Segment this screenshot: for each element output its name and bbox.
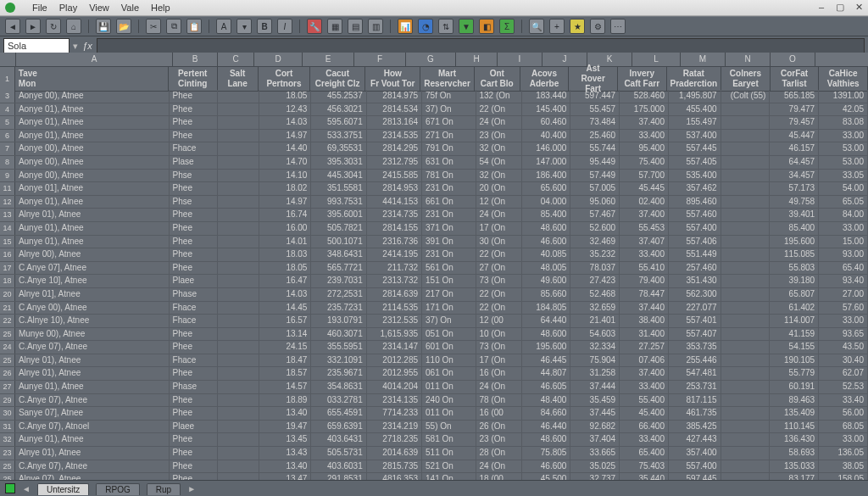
cell[interactable]: 186.400 xyxy=(522,170,571,182)
cell[interactable]: 511 On xyxy=(422,447,476,460)
col-header[interactable]: C xyxy=(218,53,254,66)
grid-body[interactable]: 3Aonye 00), AtneePhee18.05455.25372814.9… xyxy=(0,90,868,481)
col-header[interactable] xyxy=(0,53,16,66)
cell[interactable]: 033.2781 xyxy=(311,394,366,407)
cell[interactable]: 1391.00 xyxy=(819,90,868,103)
cell[interactable]: 14.10 xyxy=(259,170,312,182)
column-title[interactable]: CacutCreight Clz xyxy=(310,67,365,91)
cell[interactable] xyxy=(218,130,259,142)
row-header[interactable]: 22 xyxy=(0,315,15,327)
row-header[interactable]: 15 xyxy=(0,236,15,248)
column-title[interactable]: RatatPraderction xyxy=(667,67,722,91)
cell[interactable] xyxy=(721,421,771,433)
cell[interactable]: 557.406 xyxy=(669,236,721,248)
cell[interactable]: 30.40 xyxy=(819,354,868,367)
cell[interactable]: 65.05 xyxy=(819,196,868,209)
column-title[interactable]: InveryCaft Farr xyxy=(618,67,667,91)
home-button[interactable]: ⌂ xyxy=(66,19,81,34)
cell[interactable]: 391 On xyxy=(422,236,476,248)
cell[interactable]: 521 On xyxy=(422,460,476,473)
cell[interactable]: 353.735 xyxy=(669,341,721,354)
cell[interactable]: 79.477 xyxy=(770,103,819,116)
column-title[interactable]: PertentCinting xyxy=(169,67,218,91)
paste-button[interactable]: 📋 xyxy=(186,19,202,34)
cell[interactable]: 84.00 xyxy=(819,209,868,221)
cell[interactable]: 271 On xyxy=(422,130,476,142)
cell[interactable]: 69,35531 xyxy=(311,142,366,155)
row-header[interactable]: 3 xyxy=(0,90,15,103)
cell[interactable]: 85.400 xyxy=(770,222,819,235)
cell[interactable]: 2314.735 xyxy=(367,209,422,221)
cell[interactable]: C.Anye 07), Atnee xyxy=(15,460,170,473)
cell[interactable]: 601 On xyxy=(422,341,476,354)
cell[interactable] xyxy=(721,460,771,473)
cell[interactable]: 551.449 xyxy=(669,248,721,261)
col-header[interactable]: D xyxy=(254,53,303,66)
cell[interactable]: 42.05 xyxy=(819,103,868,116)
cell[interactable]: 24 (On xyxy=(476,116,522,129)
cell[interactable]: Phee xyxy=(170,130,219,142)
cell[interactable]: Aonye 01), Atnee xyxy=(15,103,170,116)
cell[interactable]: 24.15 xyxy=(259,341,312,354)
cell[interactable]: Aunye 01), Atnee xyxy=(15,381,170,393)
cell[interactable]: 55.803 xyxy=(770,262,819,275)
cell[interactable]: 75.805 xyxy=(522,447,571,460)
cell[interactable]: 557.405 xyxy=(669,156,721,169)
cell[interactable]: 13.43 xyxy=(259,447,312,460)
cell[interactable] xyxy=(721,222,771,235)
cell[interactable]: 04.000 xyxy=(522,196,571,209)
cell[interactable] xyxy=(721,315,771,327)
cell[interactable] xyxy=(721,142,771,155)
cell[interactable]: 13.45 xyxy=(259,433,312,446)
cell[interactable]: 54.603 xyxy=(570,328,620,341)
cell[interactable] xyxy=(721,433,771,446)
cell[interactable]: 45.447 xyxy=(770,130,819,142)
row-header[interactable]: 23 xyxy=(0,447,15,460)
cell[interactable]: Fhace xyxy=(170,354,219,367)
cell[interactable]: 31.400 xyxy=(620,328,669,341)
cell[interactable]: Phee xyxy=(170,182,219,195)
cell[interactable]: 183.440 xyxy=(522,90,571,103)
cell[interactable]: 73 (On xyxy=(476,275,522,287)
cell[interactable]: 18.89 xyxy=(259,394,312,407)
cell[interactable]: 85.660 xyxy=(522,288,571,301)
cell[interactable]: 2012.955 xyxy=(367,367,422,380)
cell[interactable]: Phee xyxy=(170,433,219,446)
cell[interactable]: 37.445 xyxy=(570,407,620,420)
cell[interactable]: 239.7031 xyxy=(311,275,366,287)
cell[interactable]: 57.700 xyxy=(620,170,669,182)
table-icon[interactable]: ▤ xyxy=(348,19,363,34)
grid-icon[interactable]: ▦ xyxy=(327,19,342,34)
cell[interactable]: 461.735 xyxy=(669,407,721,420)
cell[interactable]: 217 On xyxy=(422,288,476,301)
cell[interactable]: Alnye 01), Atnee xyxy=(15,209,170,221)
cell[interactable] xyxy=(721,196,771,209)
cell[interactable]: 54.155 xyxy=(770,341,819,354)
cell[interactable]: 75f On xyxy=(422,90,476,103)
menu-play[interactable]: Play xyxy=(59,3,77,13)
cell[interactable]: 17 (On xyxy=(476,222,522,235)
cell[interactable] xyxy=(218,315,259,327)
cell[interactable]: 53.00 xyxy=(819,156,868,169)
cell[interactable]: 18.02 xyxy=(259,182,312,195)
cell[interactable] xyxy=(218,103,259,116)
cell[interactable] xyxy=(721,447,771,460)
forward-button[interactable]: ► xyxy=(25,19,41,34)
cell[interactable]: Phee xyxy=(170,116,219,129)
cell[interactable]: Aonye 01], Atnee xyxy=(15,182,170,195)
cell[interactable] xyxy=(218,142,259,155)
cell[interactable]: (Colt (55) xyxy=(721,90,771,103)
cell[interactable]: 357.400 xyxy=(669,447,721,460)
star-icon[interactable]: ★ xyxy=(570,19,585,34)
cell[interactable]: 61.402 xyxy=(770,302,819,315)
row-header[interactable]: 8 xyxy=(0,156,15,169)
cell[interactable]: 02.400 xyxy=(620,196,669,209)
open-button[interactable]: 📂 xyxy=(116,19,131,34)
cell[interactable]: Aonye 00), Atnee xyxy=(15,142,170,155)
cell[interactable]: 19.47 xyxy=(259,421,312,433)
cell[interactable]: 39.401 xyxy=(770,209,819,221)
cell[interactable] xyxy=(721,275,771,287)
cell[interactable]: 60.191 xyxy=(770,381,819,393)
cell[interactable]: 24 (On xyxy=(476,381,522,393)
cell[interactable]: 395.6001 xyxy=(311,209,366,221)
